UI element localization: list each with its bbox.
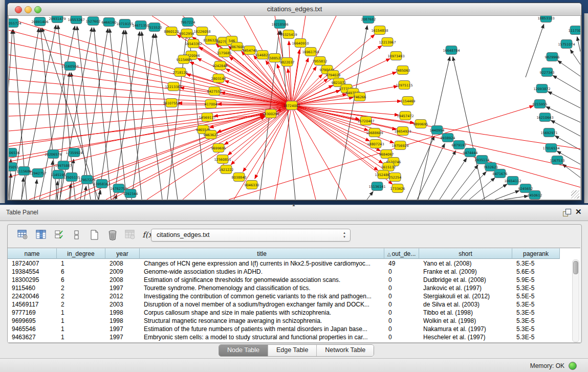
graph-node[interactable]: 10688609 [366, 128, 383, 137]
window-titlebar[interactable]: citations_edges.txt [8, 3, 581, 16]
graph-node[interactable]: 16543392 [185, 39, 202, 48]
graph-edge[interactable] [558, 60, 580, 76]
graph-edge[interactable] [495, 190, 519, 200]
graph-node[interactable]: 16640910 [292, 39, 309, 48]
graph-node[interactable]: 8471676 [493, 169, 508, 178]
table-row[interactable]: 1830029562008Estimation of significance … [8, 276, 573, 284]
graph-edge[interactable] [292, 105, 394, 143]
graph-edge[interactable] [9, 55, 292, 105]
memory-status-indicator[interactable] [569, 362, 577, 370]
tab-network-table[interactable]: Network Table [317, 345, 374, 356]
graph-node[interactable]: 16648784 [443, 46, 460, 55]
graph-node[interactable]: 12942757 [29, 169, 46, 178]
stacked-rows-icon[interactable] [70, 228, 84, 242]
graph-edge[interactable] [106, 117, 265, 200]
new-document-icon[interactable] [88, 228, 102, 242]
float-panel-icon[interactable] [563, 209, 571, 216]
graph-edge[interactable] [210, 105, 292, 128]
graph-edge[interactable] [440, 158, 467, 200]
vertical-scrollbar[interactable] [572, 259, 579, 342]
graph-node[interactable]: 9115460 [177, 55, 191, 64]
graph-node[interactable]: 9046330 [245, 181, 259, 189]
graph-node[interactable]: 3175685 [217, 49, 232, 57]
column-header-in_degree[interactable]: in_degree [57, 248, 105, 259]
graph-edge[interactable] [526, 24, 544, 77]
graph-edge[interactable] [548, 92, 580, 108]
graph-edge[interactable] [367, 191, 373, 200]
graph-node[interactable]: 746266 [354, 93, 366, 101]
graph-edge[interactable] [482, 184, 507, 200]
graph-edge[interactable] [217, 105, 292, 133]
graph-node[interactable]: 12213967 [379, 38, 396, 47]
graph-edge[interactable] [577, 37, 580, 52]
graph-node[interactable]: 20891406 [31, 17, 48, 26]
graph-node[interactable]: 8938924 [441, 134, 455, 142]
graph-node[interactable]: 19218586 [271, 20, 288, 29]
graph-edge[interactable] [84, 186, 86, 200]
graph-edge[interactable] [570, 50, 580, 64]
graph-edge[interactable] [546, 106, 580, 122]
column-header-year[interactable]: year [105, 248, 140, 259]
graph-edge[interactable] [114, 32, 140, 200]
graph-edge[interactable] [9, 105, 292, 131]
graph-node[interactable]: 25160503 [61, 62, 78, 71]
graph-edge[interactable] [417, 144, 445, 200]
column-checklist-icon[interactable]: ✓✓ [53, 228, 67, 242]
graph-node[interactable]: 417004 [205, 100, 217, 108]
graph-edge[interactable] [9, 67, 292, 105]
graph-edge[interactable] [280, 31, 295, 200]
graph-node[interactable]: 9684067 [379, 150, 394, 159]
tab-edge-table[interactable]: Edge Table [268, 345, 317, 356]
graph-edge[interactable] [65, 116, 265, 200]
delete-trash-icon[interactable] [105, 228, 120, 242]
graph-node[interactable]: 7515520 [147, 23, 162, 32]
table-row[interactable]: 911546021997Tourette syndrome. Phenomeno… [8, 284, 573, 292]
graph-node[interactable]: 19756928 [391, 141, 408, 150]
graph-node[interactable]: 9242848 [213, 61, 228, 70]
graph-node[interactable]: 9699695 [211, 144, 226, 152]
table-mode-gear-icon[interactable] [16, 228, 30, 242]
graph-node[interactable]: 9822037 [280, 58, 295, 67]
graph-node[interactable]: 1440954 [430, 126, 445, 135]
graph-node[interactable]: 13325419 [280, 30, 297, 39]
graph-node[interactable]: 1167533 [550, 156, 565, 165]
graph-node[interactable]: 8860123 [164, 27, 179, 36]
table-row[interactable]: 977716911998Corpus callosum shape and si… [8, 309, 573, 317]
graph-node[interactable]: 6466160 [102, 18, 117, 27]
graph-node[interactable]: 18853103 [537, 16, 554, 23]
graph-node[interactable]: 1615132 [381, 163, 396, 171]
tab-node-table[interactable]: Node Table [219, 345, 268, 356]
graph-node[interactable]: 15136141 [368, 182, 385, 191]
graph-node[interactable]: 8215955 [533, 100, 548, 108]
graph-node[interactable]: 14055724 [9, 19, 21, 28]
graph-edge[interactable] [428, 150, 456, 200]
show-column-icon[interactable] [34, 228, 49, 242]
graph-node[interactable]: 19654923 [394, 127, 411, 136]
close-panel-icon[interactable]: ✕ [575, 207, 582, 216]
graph-node[interactable]: 252254 [389, 173, 402, 182]
graph-edge[interactable] [110, 29, 126, 200]
graph-node[interactable]: 1154469 [401, 97, 416, 105]
graph-node[interactable]: 20206576 [45, 150, 61, 159]
graph-node[interactable]: 6879197 [452, 141, 467, 149]
graph-node[interactable]: 1292344 [123, 189, 138, 198]
graph-node[interactable]: 10654112 [504, 177, 521, 185]
graph-node[interactable]: 9829966 [545, 53, 560, 61]
graph-edge[interactable] [9, 115, 264, 158]
table-row[interactable]: 946362711997Embryonic stem cells: a mode… [8, 333, 573, 341]
column-header-short[interactable]: short [419, 248, 512, 259]
table-row[interactable]: 1938455462009Genome-wide association stu… [8, 268, 573, 276]
graph-node[interactable]: 9899695 [413, 120, 428, 128]
scrollbar-thumb[interactable] [573, 261, 578, 274]
graph-node[interactable]: 12975115 [396, 81, 412, 90]
column-header-out_de[interactable]: △out_de... [384, 248, 419, 259]
graph-edge[interactable] [292, 105, 414, 123]
graph-node[interactable]: 8427552 [207, 87, 222, 96]
graph-edge[interactable] [21, 178, 24, 200]
column-header-pagerank[interactable]: pagerank [512, 248, 560, 259]
graph-node[interactable]: 7955812 [313, 57, 328, 65]
graph-node[interactable]: 2803144 [211, 74, 226, 83]
graph-node[interactable]: 12560811 [214, 155, 231, 164]
graph-node[interactable]: 1527602 [86, 17, 101, 26]
graph-edge[interactable] [9, 105, 292, 116]
